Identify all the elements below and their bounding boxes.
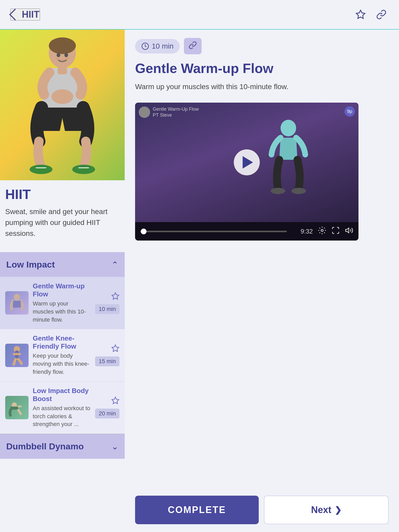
duration-badge: 10 min [135,39,180,54]
svg-point-6 [72,165,95,174]
video-player[interactable]: Gentle Warm-Up Flow PT Steve 9p [135,103,358,241]
app-header: HIIT [0,0,399,30]
video-mini-text: Gentle Warm-Up Flow PT Steve [153,106,199,118]
category-low-impact: Low Impact ⌃ [0,252,125,434]
header-actions [353,7,389,22]
svg-point-18 [281,120,296,136]
svg-point-5 [30,165,52,174]
clock-icon [141,42,149,50]
svg-marker-22 [346,228,349,233]
next-label: Next [311,504,331,515]
video-avatar [139,107,150,118]
knee-figure-icon [6,345,27,366]
item-title-warmup: Gentle Warm-up Flow [33,282,91,298]
complete-button[interactable]: COMPLETE [135,496,259,524]
time-remaining: 9:32 [292,228,313,235]
svg-marker-16 [112,397,119,404]
svg-rect-3 [58,66,67,74]
item-duration-warmup: 10 min [95,304,119,314]
category-dumbbell-header[interactable]: Dumbbell Dynamo ⌄ [0,434,125,459]
left-panel: HIIT Sweat, smile and get your heart pum… [0,30,125,459]
progress-indicator [141,229,147,234]
svg-marker-14 [112,345,119,351]
svg-point-20 [291,188,306,194]
list-item[interactable]: Gentle Warm-up Flow Warm up your muscles… [0,277,125,329]
svg-point-10 [64,53,68,57]
settings-icon[interactable] [318,226,326,236]
item-details-warmup: Gentle Warm-up Flow Warm up your muscles… [33,282,91,324]
back-button[interactable]: HIIT [10,9,40,21]
item-right-knee: 15 min [95,344,119,366]
link-icon [376,9,387,20]
svg-point-21 [321,229,323,231]
video-badge-label: 9p [347,109,352,114]
item-duration-boost: 20 min [95,409,119,418]
video-area: Gentle Warm-Up Flow PT Steve 9p [135,103,358,222]
chevron-left-icon [9,9,21,20]
list-item[interactable]: Low Impact Body Boost An assisted workou… [0,382,125,434]
svg-point-4 [51,89,73,104]
svg-marker-12 [112,292,119,299]
chevron-up-icon: ⌃ [111,260,118,270]
item-thumbnail-knee [5,344,29,367]
svg-point-11 [14,294,20,301]
main-content: HIIT Sweat, smile and get your heart pum… [0,30,399,459]
item-right-boost: 20 min [95,396,119,418]
boost-figure-icon [6,397,27,418]
header-title: HIIT [22,9,39,20]
share-button[interactable] [374,7,389,22]
volume-icon[interactable] [345,226,353,236]
category-low-impact-title: Low Impact [6,260,55,270]
fullscreen-icon[interactable] [331,226,340,236]
next-button[interactable]: Next ❯ [264,496,389,524]
item-thumbnail-warmup [5,291,29,315]
favorite-icon-warmup[interactable] [111,292,119,302]
item-thumbnail-boost [5,396,29,419]
svg-point-9 [57,53,60,57]
chevron-down-icon: ⌄ [111,442,118,451]
item-right-warmup: 10 min [95,292,119,314]
svg-marker-0 [356,10,365,18]
video-badge: 9p [344,106,355,117]
item-desc-warmup: Warm up your muscles with this 10-minute… [33,300,91,324]
video-title-line1: Gentle Warm-Up Flow [153,106,199,112]
item-title-boost: Low Impact Body Boost [33,387,91,403]
link-badge[interactable] [184,38,202,54]
header-left: HIIT [10,9,40,21]
favorite-icon-boost[interactable] [111,396,119,407]
duration-label: 10 min [152,42,174,50]
list-item[interactable]: Gentle Knee-Friendly Flow Keep your body… [0,329,125,381]
next-chevron-icon: ❯ [335,505,342,515]
item-title-knee: Gentle Knee-Friendly Flow [33,334,91,350]
video-mini-header: Gentle Warm-Up Flow PT Steve [139,106,199,118]
workout-meta: 10 min [135,38,389,54]
item-details-knee: Gentle Knee-Friendly Flow Keep your body… [33,334,91,376]
svg-point-19 [271,188,285,194]
detail-title: Gentle Warm-up Flow [135,61,389,76]
progress-bar[interactable] [140,231,287,232]
item-desc-boost: An assisted workout to torch calories & … [33,404,91,428]
item-duration-knee: 15 min [95,356,119,366]
low-impact-items: Gentle Warm-up Flow Warm up your muscles… [0,277,125,434]
workout-main-description: Sweat, smile and get your heart pumping … [5,206,119,239]
hero-image [0,30,125,180]
star-icon [355,9,366,20]
video-title-line2: PT Steve [153,112,199,118]
svg-point-2 [49,37,76,54]
play-button[interactable] [234,149,260,175]
workout-info: HIIT Sweat, smile and get your heart pum… [0,180,125,252]
warmup-figure-icon [6,292,27,313]
favorite-icon-knee[interactable] [111,344,119,354]
item-details-boost: Low Impact Body Boost An assisted workou… [33,387,91,428]
workout-main-title: HIIT [5,187,119,202]
item-desc-knee: Keep your body moving with this knee-fri… [33,352,91,376]
play-icon [243,156,253,169]
favorite-button[interactable] [353,7,368,22]
video-controls: 9:32 [135,222,358,241]
category-dumbbell-title: Dumbbell Dynamo [6,441,84,451]
video-person-icon [265,118,312,207]
chain-link-icon [189,41,197,49]
hero-figure-icon [18,32,107,178]
right-panel: 10 min Gentle Warm-up Flow Warm up your … [125,30,399,459]
category-low-impact-header[interactable]: Low Impact ⌃ [0,252,125,277]
